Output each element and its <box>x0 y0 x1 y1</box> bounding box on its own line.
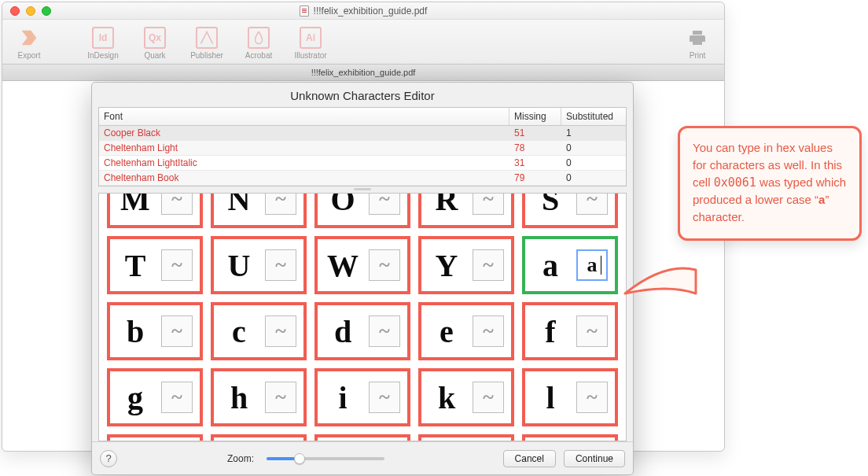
glyph-cell[interactable]: O~ <box>314 193 410 228</box>
window-title-text: !!!felix_exhibition_guide.pdf <box>314 6 428 17</box>
glyph-substitute-input[interactable]: ~ <box>473 382 504 413</box>
glyph-cell[interactable]: k~ <box>418 368 514 426</box>
glyph-cell[interactable]: h~ <box>211 368 307 426</box>
cancel-button[interactable]: Cancel <box>503 450 556 467</box>
glyph-cell[interactable]: e~ <box>418 302 514 360</box>
font-name-cell: Cheltenham Light <box>99 141 509 155</box>
main-toolbar: Export Id InDesign Qx Quark Publisher <box>2 20 724 64</box>
publisher-button[interactable]: Publisher <box>186 25 227 60</box>
glyph-substitute-input[interactable]: ~ <box>473 193 504 215</box>
zoom-window-button[interactable] <box>42 6 51 16</box>
glyph-substitute-input[interactable]: ~ <box>265 249 296 281</box>
font-table-row[interactable]: Cheltenham LightItalic310 <box>99 156 626 171</box>
unknown-characters-dialog: Unknown Characters Editor Font Missing S… <box>91 82 634 475</box>
glyph-substitute-input[interactable]: ~ <box>265 315 296 347</box>
document-icon <box>300 6 309 17</box>
glyph-character: k <box>428 379 465 416</box>
glyph-cell[interactable] <box>314 434 410 441</box>
zoom-slider-knob[interactable] <box>294 453 305 464</box>
document-tab-label: !!!felix_exhibition_guide.pdf <box>311 68 416 77</box>
glyph-character: R <box>428 193 465 218</box>
indesign-button[interactable]: Id InDesign <box>83 25 123 60</box>
glyph-substitute-input[interactable]: ~ <box>369 382 400 413</box>
glyph-cell[interactable] <box>211 434 307 441</box>
col-header-substituted[interactable]: Substituted <box>561 108 626 125</box>
font-name-cell: Cooper Black <box>99 126 509 140</box>
indesign-label: InDesign <box>83 51 123 60</box>
glyph-cell[interactable]: d~ <box>314 302 410 360</box>
glyph-substitute-input[interactable]: ~ <box>265 193 296 215</box>
illustrator-label: Illustrator <box>290 51 331 60</box>
callout-tail-icon <box>625 262 696 309</box>
col-header-missing[interactable]: Missing <box>509 108 561 125</box>
help-button[interactable]: ? <box>100 450 117 467</box>
table-resize-handle[interactable] <box>92 186 633 191</box>
glyph-character: l <box>532 379 568 416</box>
glyph-cell[interactable]: i~ <box>314 368 410 426</box>
document-tab[interactable]: !!!felix_exhibition_guide.pdf <box>2 64 724 81</box>
glyph-substitute-input[interactable]: ~ <box>369 315 400 347</box>
zoom-label: Zoom: <box>227 453 254 464</box>
publisher-label: Publisher <box>186 51 227 60</box>
glyph-cell[interactable]: W~ <box>314 236 410 294</box>
glyph-substitute-input[interactable]: ~ <box>473 249 504 281</box>
font-name-cell: Cheltenham Book <box>99 171 509 185</box>
minimize-window-button[interactable] <box>26 6 35 16</box>
font-table-row[interactable]: Cheltenham Book790 <box>99 171 626 186</box>
glyph-substitute-input[interactable]: ~ <box>576 382 608 413</box>
print-icon <box>685 25 710 50</box>
glyph-cell[interactable]: b~ <box>107 302 203 360</box>
glyph-cell[interactable]: U~ <box>211 236 307 294</box>
glyph-character: b <box>117 313 153 350</box>
glyph-cell[interactable]: g~ <box>107 368 203 426</box>
glyph-cell[interactable]: c~ <box>211 302 307 360</box>
window-titlebar: !!!felix_exhibition_guide.pdf <box>2 2 724 20</box>
glyph-cell[interactable] <box>522 434 618 441</box>
acrobat-button[interactable]: Acrobat <box>238 25 279 60</box>
font-substituted-cell: 0 <box>561 141 626 155</box>
glyph-substitute-input[interactable]: ~ <box>161 315 193 347</box>
close-window-button[interactable] <box>10 6 20 16</box>
glyph-substitute-input[interactable]: a <box>576 249 608 281</box>
export-button[interactable]: Export <box>9 25 50 60</box>
dialog-footer: ? Zoom: Cancel Continue <box>92 441 633 474</box>
quark-button[interactable]: Qx Quark <box>134 25 175 60</box>
glyph-substitute-input[interactable]: ~ <box>161 193 193 215</box>
glyph-substitute-input[interactable]: ~ <box>265 382 296 413</box>
illustrator-icon: Ai <box>300 27 322 49</box>
glyph-cell[interactable]: l~ <box>522 368 618 426</box>
glyph-cell[interactable]: S~ <box>522 193 618 228</box>
glyph-cell[interactable]: Y~ <box>418 236 514 294</box>
glyph-substitute-input[interactable]: ~ <box>576 193 608 215</box>
glyph-substitute-input[interactable]: ~ <box>161 249 193 281</box>
glyph-cell[interactable]: M~ <box>107 193 203 228</box>
glyph-cell[interactable]: T~ <box>107 236 203 294</box>
font-table-header: Font Missing Substituted <box>99 108 626 126</box>
glyph-cell[interactable]: f~ <box>522 302 618 360</box>
glyph-cell[interactable] <box>418 434 514 441</box>
glyph-character: g <box>117 379 153 416</box>
font-missing-cell: 78 <box>509 141 561 155</box>
illustrator-button[interactable]: Ai Illustrator <box>290 25 331 60</box>
export-label: Export <box>9 51 50 60</box>
continue-button[interactable]: Continue <box>564 450 625 467</box>
indesign-icon: Id <box>92 27 114 49</box>
glyph-substitute-input[interactable]: ~ <box>473 315 504 347</box>
glyph-cell[interactable]: aa <box>522 236 618 294</box>
glyph-character: d <box>325 313 361 350</box>
glyph-substitute-input[interactable]: ~ <box>576 315 608 347</box>
font-table-row[interactable]: Cooper Black511 <box>99 126 626 141</box>
glyph-substitute-input[interactable]: ~ <box>369 193 400 215</box>
col-header-font[interactable]: Font <box>99 108 509 125</box>
glyph-character: Y <box>428 247 465 284</box>
print-button[interactable]: Print <box>677 25 718 60</box>
glyph-substitute-input[interactable]: ~ <box>161 382 193 413</box>
quark-label: Quark <box>134 51 175 60</box>
glyph-cell[interactable]: N~ <box>211 193 307 228</box>
zoom-slider[interactable] <box>267 457 384 460</box>
glyph-substitute-input[interactable]: ~ <box>369 249 400 281</box>
font-substituted-cell: 0 <box>561 171 626 185</box>
font-table-row[interactable]: Cheltenham Light780 <box>99 141 626 156</box>
glyph-cell[interactable]: R~ <box>418 193 514 228</box>
glyph-cell[interactable] <box>107 434 203 441</box>
